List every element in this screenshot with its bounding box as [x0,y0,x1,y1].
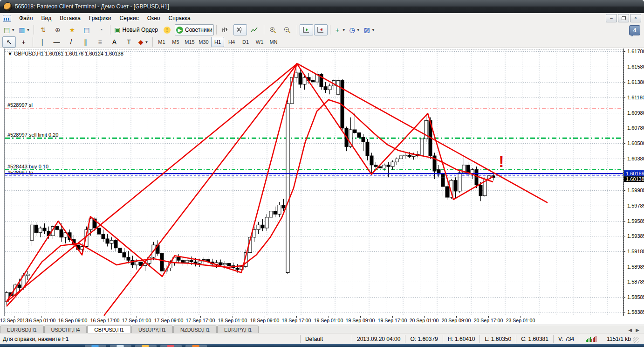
chart-menu-icon [3,15,11,22]
candle [97,228,101,234]
menu-item-вставка[interactable]: Вставка [55,14,85,23]
timeframe-m5[interactable]: M5 [169,37,182,47]
chart-tab-nzdusd[interactable]: NZDUSD,H1 [173,326,217,333]
candle [311,81,315,82]
channel-button[interactable]: ∥ [79,36,92,48]
mdi-close-button[interactable]: × [630,14,641,22]
templates-button[interactable]: ▨▼ [363,24,377,35]
timeframe-w1[interactable]: W1 [253,37,266,47]
indicators-button[interactable]: ＋▼ [333,24,347,35]
status-high: H: 1.60410 [443,335,480,343]
experts-button[interactable]: ▶Советники [175,24,214,35]
svg-text:1.61580: 1.61580 [627,64,644,69]
timeframe-d1[interactable]: D1 [239,37,252,47]
warning-button[interactable]: ! [160,24,174,35]
line-chart-button[interactable] [248,24,261,35]
market-watch-button[interactable]: ⊕ [51,24,64,35]
chevron-down-icon[interactable]: ▼ [356,28,360,32]
candle [357,133,361,138]
trendline-button[interactable]: / [64,36,78,48]
new-chart-button[interactable]: ▤▼ [2,24,16,35]
order-label-sl: #528997 sl [7,102,33,108]
arrows-button[interactable]: ◆▼ [137,36,150,48]
window-title: 565018: Panteon Client Terminal - Демо С… [15,3,169,10]
auto-scroll-icon [302,26,310,34]
navigator-button[interactable]: ★ [65,24,79,35]
menu-item-файл[interactable]: Файл [15,14,37,23]
resize-grip[interactable] [633,337,639,343]
chevron-down-icon[interactable]: ▼ [371,28,375,32]
candle [198,261,201,264]
zoom-out-button[interactable] [281,24,295,35]
arrows-icon: ◆ [138,39,144,45]
fibonacci-button[interactable]: ≡ [93,36,107,48]
mdi-restore-button[interactable] [618,14,629,22]
title-bar: 565018: Panteon Client Terminal - Демо С… [0,0,644,13]
timeframe-h1[interactable]: H1 [211,37,224,47]
chevron-down-icon[interactable]: ▼ [26,28,30,32]
candle [362,138,365,142]
menu-item-графики[interactable]: Графики [85,14,116,23]
timeframe-h4[interactable]: H4 [225,37,238,47]
chart-shift-button[interactable] [314,24,328,35]
menu-item-справка[interactable]: Справка [164,14,195,23]
terminal-icon: ▤ [83,27,89,33]
chart-tab-eurjpy[interactable]: EURJPY,H1 [217,326,259,333]
chart-tab-gbpusd[interactable]: GBPUSD,H1 [87,325,131,333]
label-button[interactable]: T [122,36,136,48]
text-button[interactable]: A [108,36,121,48]
menu-item-сервис[interactable]: Сервис [116,14,143,23]
status-profile[interactable]: Default [300,335,352,343]
tick-chart-icon: ⇅ [41,27,46,33]
svg-text:17 Sep 17:00: 17 Sep 17:00 [186,318,215,323]
windows-taskbar[interactable] [0,344,644,347]
profiles-button[interactable]: ▥▼ [17,24,31,35]
strategy-tester-button[interactable]: ◔ [94,24,108,35]
auto-scroll-button[interactable] [300,24,313,35]
timeframe-m1[interactable]: M1 [155,37,168,47]
svg-text:17 Sep 01:00: 17 Sep 01:00 [122,318,151,323]
candle [269,211,273,217]
new-order-button[interactable]: ▣Новый Ордер [113,24,159,35]
vertical-line-button[interactable]: | [35,36,49,48]
menu-item-окно[interactable]: Окно [143,14,164,23]
templates-icon: ▨ [364,27,370,33]
notifications-badge[interactable]: 4 [629,25,640,35]
candle [123,253,126,257]
svg-text:1.60189: 1.60189 [626,171,644,176]
svg-text:16 Sep 09:00: 16 Sep 09:00 [58,318,88,323]
bar-chart-button[interactable] [219,24,233,35]
candle [236,268,239,270]
candle-chart-button[interactable] [233,24,247,35]
timeframe-mn[interactable]: MN [267,37,280,47]
tick-chart-button[interactable]: ⇅ [36,24,50,35]
chart-tab-usdchf[interactable]: USDCHF,H4 [44,326,87,333]
status-volume: V: 734 [553,335,579,343]
horizontal-line-button[interactable]: — [50,36,63,48]
new-order-icon: ▣ [114,27,120,33]
periods-button[interactable]: ◷▼ [348,24,362,35]
svg-text:1.59385: 1.59385 [627,233,644,239]
menu-item-вид[interactable]: Вид [37,14,56,23]
svg-text:1.58785: 1.58785 [627,279,644,285]
periods-icon: ◷ [349,27,355,33]
chevron-down-icon[interactable]: ▼ [342,28,346,32]
crosshair-button[interactable]: + [17,36,30,48]
timeframe-m15[interactable]: M15 [183,37,196,47]
svg-text:1.61780: 1.61780 [627,49,644,54]
svg-text:23 Sep 01:00: 23 Sep 01:00 [506,318,535,323]
chevron-down-icon[interactable]: ▼ [144,40,148,44]
timeframe-m30[interactable]: M30 [197,37,210,47]
terminal-button[interactable]: ▤ [80,24,93,35]
chevron-down-icon[interactable]: ▼ [11,28,15,32]
mdi-minimize-button[interactable]: – [606,14,617,22]
candle [353,130,356,133]
tab-scroll-left-icon[interactable]: ◀ [629,327,632,333]
chart-tab-eurusd[interactable]: EURUSD,H1 [0,326,44,333]
tab-scroll-right-icon[interactable]: ▶ [636,327,639,333]
cursor-button[interactable]: ↖ [2,36,16,48]
price-chart[interactable]: #528997 sl#528997 sell limit 0.20#528443… [0,0,644,347]
candle [135,262,138,265]
zoom-in-button[interactable] [267,24,280,35]
chart-tab-usdjpy[interactable]: USDJPY,H1 [131,326,173,333]
